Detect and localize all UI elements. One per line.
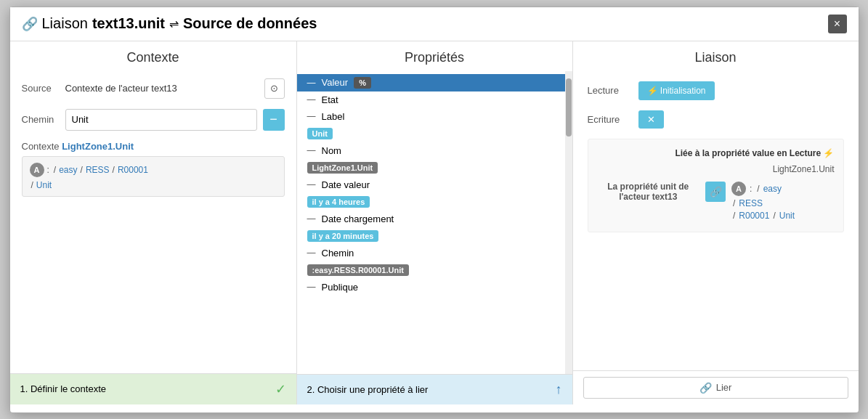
actor-bc-ress[interactable]: RESS bbox=[739, 198, 763, 208]
lighzone-ref: LightZone1.Unit bbox=[597, 164, 835, 174]
init-button[interactable]: ⚡ Initialisation bbox=[638, 81, 715, 100]
lecture-label: Lecture bbox=[588, 85, 638, 96]
prop-name-valeur: Valeur bbox=[322, 77, 349, 88]
info-box: Liée à la propriété value en Lecture ⚡ L… bbox=[588, 139, 844, 232]
info-title2: en Lecture ⚡ bbox=[776, 148, 834, 158]
actor-bc-line-3: / R00001 / Unit bbox=[731, 211, 835, 221]
bc-link-unit[interactable]: Unit bbox=[36, 180, 52, 190]
ecriture-label: Ecriture bbox=[588, 114, 638, 125]
liaison-header: Liaison bbox=[573, 41, 859, 71]
link-icon: 🔗 bbox=[22, 16, 38, 32]
prop-name-nom: Nom bbox=[322, 145, 341, 156]
bc-link-r00001[interactable]: R00001 bbox=[118, 165, 148, 175]
bc-slash-1: / bbox=[54, 165, 56, 175]
lecture-row: Lecture ⚡ Initialisation bbox=[588, 81, 844, 100]
actor-desc-unit: unit bbox=[660, 182, 676, 192]
actor-bc-line-2: / RESS bbox=[731, 198, 835, 208]
modal-header: 🔗 Liaison text13.unit ⇌ Source de donnée… bbox=[10, 7, 859, 41]
prop-item-unit-badge[interactable]: Unit bbox=[297, 125, 565, 142]
prop-dash-etat: — bbox=[307, 94, 316, 105]
prop-item-valeur[interactable]: —Valeur% bbox=[297, 74, 565, 91]
info-box-title: Liée à la propriété value en Lecture ⚡ bbox=[597, 148, 835, 158]
actor-breadcrumb: A : / easy / RESS / R00001 bbox=[731, 182, 835, 223]
prop-item-chemin[interactable]: —Chemin bbox=[297, 245, 565, 261]
properties-column: Propriétés —Valeur%—Etat—LabelUnit—NomLi… bbox=[297, 41, 573, 404]
prop-name-label: Label bbox=[322, 111, 345, 122]
context-header: Contexte bbox=[10, 41, 296, 71]
prop-dash-nom: — bbox=[307, 145, 316, 155]
contexte-row: Contexte LightZone1.Unit bbox=[22, 141, 285, 152]
actor-bc-line-1: A : / easy bbox=[731, 182, 835, 196]
actor-bc-icon: A bbox=[731, 182, 746, 196]
bc-link-ress[interactable]: RESS bbox=[86, 165, 110, 175]
prop-item-time1-badge[interactable]: il y a 4 heures bbox=[297, 193, 565, 211]
lier-footer: 🔗 Lier bbox=[573, 370, 859, 404]
actor-bc-easy[interactable]: easy bbox=[763, 184, 782, 194]
prop-item-date-valeur[interactable]: —Date valeur bbox=[297, 176, 565, 193]
prop-dash-date-chargement: — bbox=[307, 213, 316, 224]
bc-slash-3: / bbox=[113, 165, 115, 175]
source-label: Source bbox=[22, 83, 65, 94]
minus-button[interactable]: − bbox=[263, 109, 285, 131]
actor-bc-r00001[interactable]: R00001 bbox=[739, 211, 769, 221]
target-icon-button[interactable]: ⊙ bbox=[264, 78, 285, 99]
target-icon: ⊙ bbox=[270, 83, 278, 94]
title-arrows: ⇌ bbox=[169, 17, 179, 30]
prop-dash-chemin: — bbox=[307, 248, 316, 258]
prop-name-publique: Publique bbox=[322, 282, 359, 293]
step-2-label: 2. Choisir une propriété à lier bbox=[307, 384, 429, 395]
prop-dash-valeur: — bbox=[307, 78, 316, 88]
info-title-prop: value bbox=[752, 148, 774, 158]
modal-title: 🔗 Liaison text13.unit ⇌ Source de donnée… bbox=[22, 15, 317, 32]
props-scrollbar[interactable] bbox=[565, 71, 572, 374]
prop-item-publique[interactable]: —Publique bbox=[297, 279, 565, 296]
prop-item-lightzone-badge[interactable]: LightZone1.Unit bbox=[297, 159, 565, 176]
prop-item-label[interactable]: —Label bbox=[297, 108, 565, 125]
chemin-input[interactable] bbox=[65, 109, 257, 131]
contexte-value: LightZone1.Unit bbox=[62, 141, 134, 152]
title-source: text13.unit bbox=[92, 15, 165, 32]
prop-badge-time2-badge: il y a 20 minutes bbox=[307, 230, 379, 242]
actor-description: La propriété unit de l'acteur text13 bbox=[597, 182, 700, 202]
bc-link-easy[interactable]: easy bbox=[59, 165, 77, 175]
prop-badge-chemin-badge: :easy.RESS.R00001.Unit bbox=[307, 264, 409, 276]
title-suffix: Source de données bbox=[183, 15, 317, 32]
prop-item-etat[interactable]: —Etat bbox=[297, 91, 565, 108]
context-body: Source Contexte de l'acteur text13 ⊙ Che… bbox=[10, 71, 296, 373]
actor-icon: A bbox=[30, 163, 44, 177]
prop-dash-date-valeur: — bbox=[307, 179, 316, 190]
prop-name-date-valeur: Date valeur bbox=[322, 179, 370, 190]
step-1-footer: 1. Définir le contexte ✓ bbox=[10, 373, 296, 404]
lier-label: Lier bbox=[716, 382, 732, 393]
prop-item-nom[interactable]: —Nom bbox=[297, 142, 565, 159]
prop-item-date-chargement[interactable]: —Date chargement bbox=[297, 211, 565, 227]
info-title1: Liée à la propriété bbox=[675, 148, 750, 158]
close-button[interactable]: × bbox=[828, 15, 847, 33]
actor-desc-1: La propriété bbox=[607, 182, 657, 192]
source-row: Source Contexte de l'acteur text13 ⊙ bbox=[22, 78, 285, 99]
up-icon: ↑ bbox=[556, 382, 562, 397]
x-button[interactable]: ✕ bbox=[638, 110, 664, 129]
lier-icon: 🔗 bbox=[699, 382, 712, 394]
source-value: Contexte de l'acteur text13 bbox=[65, 83, 177, 94]
actor-bc-unit[interactable]: Unit bbox=[779, 211, 795, 221]
breadcrumb-line-1: A : / easy / RESS / R00001 bbox=[30, 163, 277, 177]
chemin-row: Chemin − bbox=[22, 109, 285, 131]
info-actor-row: La propriété unit de l'acteur text13 🔗 A… bbox=[597, 182, 835, 223]
scroll-thumb bbox=[566, 78, 572, 137]
breadcrumb-line-2: / Unit bbox=[30, 180, 277, 190]
bc-slash-2: / bbox=[81, 165, 83, 175]
lier-button[interactable]: 🔗 Lier bbox=[583, 377, 848, 399]
liaison-body: Lecture ⚡ Initialisation Ecriture ✕ Liée… bbox=[573, 71, 859, 370]
step-1-label: 1. Définir le contexte bbox=[20, 383, 107, 394]
prop-item-chemin-badge[interactable]: :easy.RESS.R00001.Unit bbox=[297, 261, 565, 279]
breadcrumb-box: A : / easy / RESS / R00001 / Unit bbox=[22, 156, 285, 197]
prop-badge-time1-badge: il y a 4 heures bbox=[307, 196, 370, 208]
link-actor-button[interactable]: 🔗 bbox=[705, 182, 726, 202]
actor-desc-3: text13 bbox=[652, 192, 678, 202]
prop-badge-lightzone-badge: LightZone1.Unit bbox=[307, 162, 378, 174]
liaison-column: Liaison Lecture ⚡ Initialisation Ecritur… bbox=[573, 41, 859, 404]
prop-item-time2-badge[interactable]: il y a 20 minutes bbox=[297, 227, 565, 245]
prop-name-chemin: Chemin bbox=[322, 248, 354, 259]
prop-badge-valeur: % bbox=[354, 77, 371, 89]
